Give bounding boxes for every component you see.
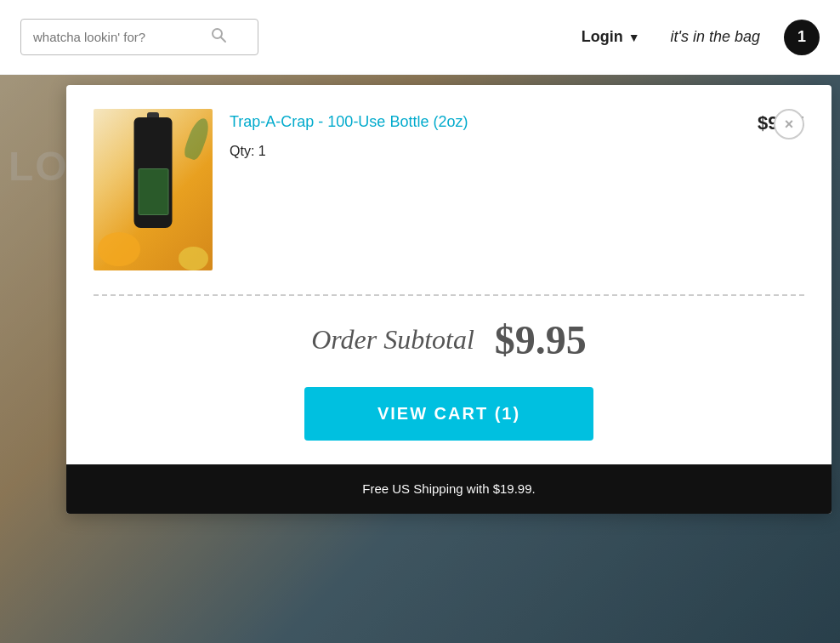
chevron-down-icon: ▼: [628, 31, 640, 44]
leaf-decor: [182, 116, 213, 162]
search-box[interactable]: [20, 19, 258, 55]
product-name-link[interactable]: Trap-A-Crap - 100-Use Bottle (2oz): [230, 113, 468, 130]
cart-popup-inner: Trap-A-Crap - 100-Use Bottle (2oz) Qty: …: [66, 85, 831, 464]
bottle-illustration: [94, 109, 213, 270]
shipping-text: Free US Shipping with $19.99.: [362, 481, 535, 496]
cart-item: Trap-A-Crap - 100-Use Bottle (2oz) Qty: …: [94, 109, 804, 270]
bag-count-badge[interactable]: 1: [784, 20, 820, 55]
product-image: [94, 109, 213, 270]
cart-popup: Trap-A-Crap - 100-Use Bottle (2oz) Qty: …: [66, 85, 831, 514]
search-input[interactable]: [33, 30, 203, 44]
bottle-label: [138, 168, 168, 215]
quantity-label: Qty: 1: [230, 144, 741, 159]
close-icon: ×: [785, 116, 794, 134]
fruit-decor-2: [179, 247, 208, 270]
fruit-decor-1: [98, 232, 140, 266]
search-icon: [210, 26, 227, 48]
cart-item-details: Trap-A-Crap - 100-Use Bottle (2oz) Qty: …: [230, 109, 741, 159]
cart-divider: [94, 294, 804, 296]
bottle-shape: [134, 117, 173, 228]
bag-label: it's in the bag: [670, 28, 760, 46]
view-cart-button[interactable]: VIEW CART (1): [304, 387, 593, 441]
remove-item-button[interactable]: ×: [774, 109, 804, 139]
bag-count-number: 1: [797, 28, 806, 46]
header: Login ▼ it's in the bag 1: [0, 0, 840, 75]
shipping-footer: Free US Shipping with $19.99.: [66, 464, 831, 514]
svg-line-1: [221, 37, 226, 43]
login-label: Login: [582, 28, 623, 46]
qty-label-text: Qty:: [230, 144, 254, 158]
subtotal-label: Order Subtotal: [311, 324, 474, 356]
subtotal-row: Order Subtotal $9.95: [94, 316, 804, 363]
qty-value: 1: [258, 144, 266, 158]
subtotal-amount: $9.95: [495, 316, 587, 363]
login-button[interactable]: Login ▼: [582, 28, 640, 46]
